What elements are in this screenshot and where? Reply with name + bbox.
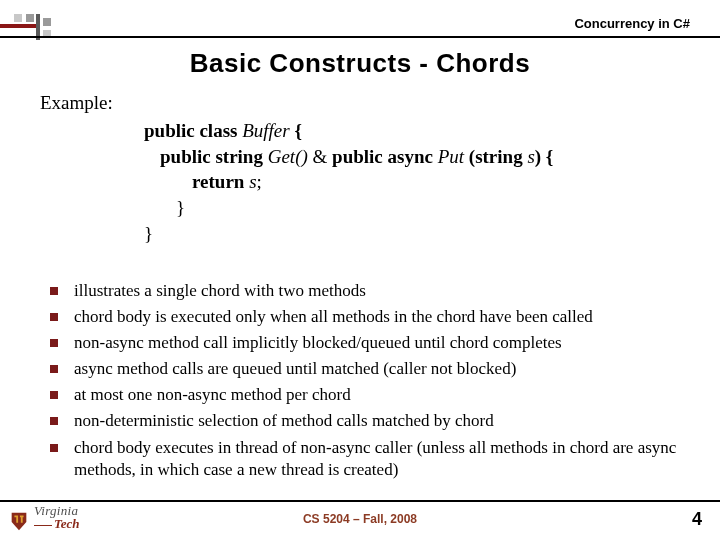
footer-center: CS 5204 – Fall, 2008: [0, 512, 720, 526]
bullet-icon: [50, 417, 58, 425]
bullet-text: non-async method call implicitly blocked…: [74, 332, 562, 354]
example-label: Example:: [40, 92, 113, 114]
list-item: non-deterministic selection of method ca…: [50, 410, 690, 432]
code-text: Put: [438, 146, 469, 167]
code-text: }: [144, 223, 153, 244]
code-text: public string: [160, 146, 268, 167]
bullet-list: illustrates a single chord with two meth…: [50, 280, 690, 485]
footer-rule: [0, 500, 720, 502]
page-number: 4: [692, 509, 702, 530]
bullet-icon: [50, 444, 58, 452]
code-text: string: [475, 146, 527, 167]
code-text: s: [527, 146, 534, 167]
bullet-text: async method calls are queued until matc…: [74, 358, 516, 380]
code-text: Get(): [268, 146, 308, 167]
bullet-text: non-deterministic selection of method ca…: [74, 410, 494, 432]
bullet-icon: [50, 287, 58, 295]
list-item: non-async method call implicitly blocked…: [50, 332, 690, 354]
list-item: illustrates a single chord with two meth…: [50, 280, 690, 302]
code-text: Buffer: [242, 120, 290, 141]
bullet-icon: [50, 313, 58, 321]
code-text: return: [192, 171, 249, 192]
bullet-icon: [50, 339, 58, 347]
bullet-text: chord body executes in thread of non-asy…: [74, 437, 690, 481]
code-text: {: [290, 120, 302, 141]
list-item: async method calls are queued until matc…: [50, 358, 690, 380]
code-text: public class: [144, 120, 242, 141]
bullet-icon: [50, 365, 58, 373]
code-text: public async: [332, 146, 438, 167]
bullet-text: illustrates a single chord with two meth…: [74, 280, 366, 302]
code-text: ;: [257, 171, 262, 192]
header-label: Concurrency in C#: [574, 16, 690, 31]
bullet-text: chord body is executed only when all met…: [74, 306, 593, 328]
code-text: &: [308, 146, 332, 167]
code-text: s: [249, 171, 256, 192]
header-rule: [0, 36, 720, 38]
bullet-icon: [50, 391, 58, 399]
list-item: at most one non-async method per chord: [50, 384, 690, 406]
list-item: chord body is executed only when all met…: [50, 306, 690, 328]
bullet-text: at most one non-async method per chord: [74, 384, 351, 406]
code-block: public class Buffer { public string Get(…: [144, 118, 553, 246]
slide-title: Basic Constructs - Chords: [0, 48, 720, 79]
code-text: ) {: [535, 146, 554, 167]
list-item: chord body executes in thread of non-asy…: [50, 437, 690, 481]
code-text: }: [176, 197, 185, 218]
